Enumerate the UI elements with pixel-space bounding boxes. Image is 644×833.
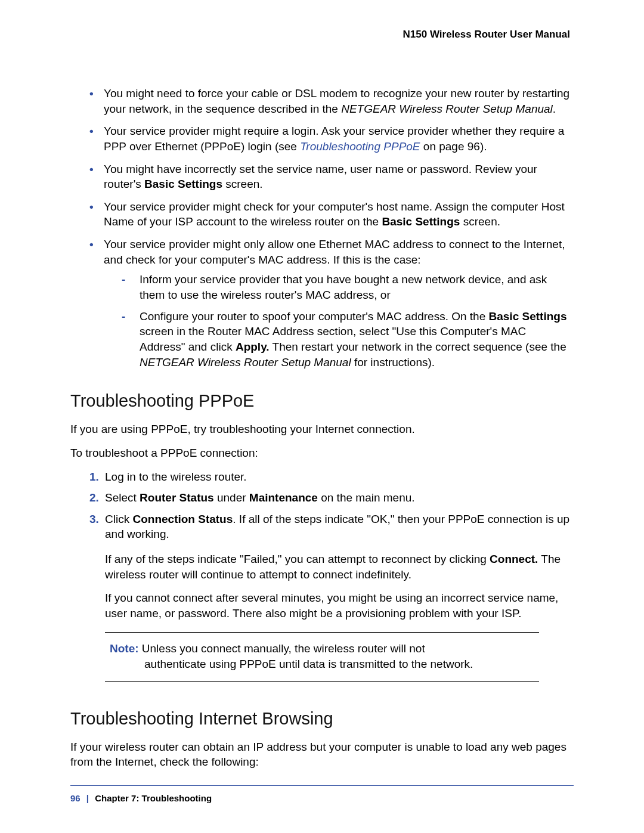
list-item: Your service provider might only allow o…	[89, 237, 574, 370]
link-troubleshooting-pppoe[interactable]: Troubleshooting PPPoE	[300, 140, 420, 153]
paragraph: To troubleshoot a PPPoE connection:	[70, 445, 574, 461]
footer-rule	[70, 785, 574, 786]
pppoe-steps: Log in to the wireless router. Select Ro…	[70, 469, 574, 543]
list-item: Inform your service provider that you ha…	[122, 272, 574, 302]
page-header: N150 Wireless Router User Manual	[70, 29, 570, 41]
heading-internet-browsing: Troubleshooting Internet Browsing	[70, 709, 574, 729]
list-item: You might need to force your cable or DS…	[89, 86, 574, 116]
list-item: Your service provider might check for yo…	[89, 199, 574, 230]
list-item: Configure your router to spoof your comp…	[122, 309, 574, 370]
list-item: You might have incorrectly set the servi…	[89, 162, 574, 192]
list-item: Your service provider might require a lo…	[89, 123, 574, 154]
paragraph: If you are using PPPoE, try troubleshoot…	[70, 422, 574, 437]
page-footer: 96 | Chapter 7: Troubleshooting	[70, 785, 574, 803]
troubleshoot-list: You might need to force your cable or DS…	[70, 86, 574, 370]
paragraph: If you cannot connect after several minu…	[105, 590, 574, 621]
heading-pppoe: Troubleshooting PPPoE	[70, 391, 574, 411]
paragraph: If your wireless router can obtain an IP…	[70, 739, 574, 770]
page-number: 96	[70, 793, 80, 803]
note-box: Note: Unless you connect manually, the w…	[105, 632, 539, 682]
paragraph: If any of the steps indicate "Failed," y…	[105, 552, 574, 582]
list-item: Select Router Status under Maintenance o…	[89, 490, 574, 506]
list-item: Log in to the wireless router.	[89, 469, 574, 485]
sub-list: Inform your service provider that you ha…	[104, 272, 574, 370]
page-content: You might need to force your cable or DS…	[70, 86, 574, 770]
list-item: Click Connection Status. If all of the s…	[89, 512, 574, 542]
page: N150 Wireless Router User Manual You mig…	[0, 0, 644, 833]
chapter-label: Chapter 7: Troubleshooting	[95, 793, 212, 803]
footer-separator: |	[83, 793, 92, 803]
note-label: Note:	[110, 642, 142, 655]
manual-title: N150 Wireless Router User Manual	[403, 29, 570, 40]
